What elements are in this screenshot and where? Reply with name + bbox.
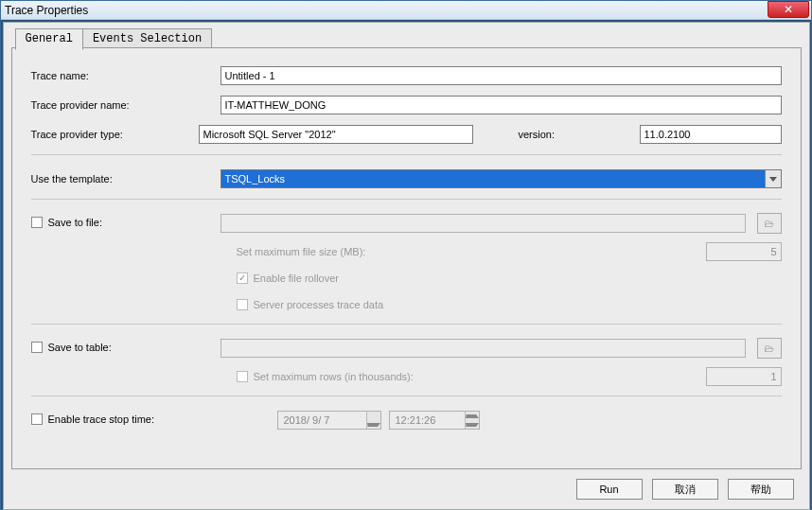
- label-save-file: Save to file:: [31, 217, 221, 230]
- save-file-path: [221, 214, 746, 233]
- label-max-file-size: Set maximum file size (MB):: [237, 246, 706, 257]
- label-server-processes: Server processes trace data: [254, 299, 384, 310]
- tab-panel-general: Trace name: Trace provider name: IT-MATT…: [11, 47, 802, 469]
- browse-table-button[interactable]: 🗁: [757, 338, 782, 359]
- label-provider-name: Trace provider name:: [31, 99, 221, 111]
- tab-general[interactable]: General: [15, 28, 83, 50]
- separator-1: [31, 154, 782, 155]
- max-rows-checkbox: [237, 371, 248, 382]
- separator-3: [31, 324, 782, 325]
- chevron-down-icon: [769, 177, 777, 182]
- dialog-window: Trace Properties ✕ General Events Select…: [0, 0, 812, 510]
- provider-type-field: Microsoft SQL Server "2012": [199, 125, 473, 144]
- label-stop-time: Enable trace stop time:: [31, 413, 277, 427]
- label-enable-rollover: Enable file rollover: [254, 273, 340, 284]
- label-max-rows: Set maximum rows (in thousands):: [254, 371, 414, 382]
- separator-2: [31, 199, 782, 200]
- chevron-up-icon: [466, 414, 479, 418]
- close-button[interactable]: ✕: [768, 1, 809, 18]
- label-provider-type: Trace provider type:: [31, 129, 199, 140]
- provider-name-field: IT-MATTHEW_DONG: [221, 96, 782, 114]
- button-bar: Run 取消 帮助: [576, 479, 794, 500]
- open-table-icon: 🗁: [764, 343, 774, 354]
- run-button[interactable]: Run: [576, 479, 643, 500]
- open-file-icon: 🗁: [764, 218, 774, 229]
- help-button[interactable]: 帮助: [728, 479, 794, 500]
- separator-4: [31, 396, 782, 396]
- label-save-table: Save to table:: [31, 342, 221, 355]
- dialog-body: General Events Selection Trace name: Tra…: [3, 22, 810, 510]
- date-dropdown: [366, 412, 380, 429]
- label-version: version:: [519, 129, 632, 140]
- template-value: TSQL_Locks: [225, 173, 286, 185]
- max-file-size-input: 5: [706, 242, 782, 261]
- save-table-name: [221, 339, 746, 358]
- template-combobox[interactable]: TSQL_Locks: [221, 169, 782, 188]
- window-title: Trace Properties: [5, 4, 88, 17]
- save-to-file-checkbox[interactable]: [31, 217, 43, 228]
- chevron-down-icon: [466, 423, 479, 427]
- cancel-button[interactable]: 取消: [652, 479, 718, 500]
- titlebar: Trace Properties ✕: [1, 1, 811, 20]
- browse-file-button[interactable]: 🗁: [757, 213, 782, 234]
- trace-name-input[interactable]: [221, 66, 782, 85]
- version-field: 11.0.2100: [640, 125, 782, 144]
- label-trace-name: Trace name:: [31, 70, 221, 81]
- combobox-button[interactable]: [765, 170, 781, 187]
- max-rows-input: 1: [706, 367, 782, 386]
- label-use-template: Use the template:: [31, 173, 221, 185]
- stop-date-input: 2018/ 9/ 7: [277, 411, 381, 430]
- stop-time-input: 12:21:26: [389, 411, 480, 430]
- save-to-table-checkbox[interactable]: [31, 342, 43, 353]
- time-spinner: [465, 412, 479, 429]
- enable-rollover-checkbox: [237, 273, 248, 284]
- chevron-down-icon: [367, 423, 380, 427]
- server-processes-checkbox: [237, 299, 248, 310]
- enable-stop-checkbox[interactable]: [31, 413, 43, 425]
